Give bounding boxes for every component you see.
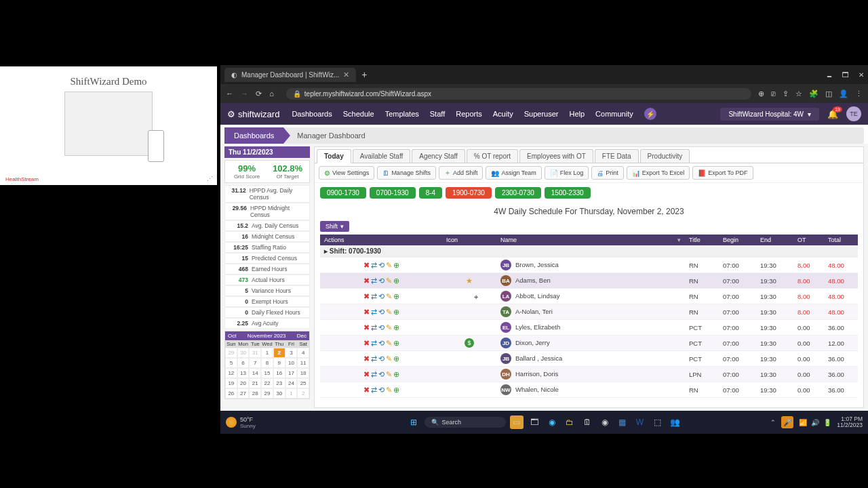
add-icon[interactable]: ⊕ (393, 370, 399, 379)
taskbar-app-icon[interactable]: ▦ (616, 415, 629, 429)
edit-icon[interactable]: ✎ (386, 386, 392, 394)
extensions-icon[interactable]: 🧩 (809, 89, 818, 98)
tray-chevron-icon[interactable]: ⌃ (770, 419, 776, 426)
tray-battery-icon[interactable]: 🔋 (823, 419, 831, 426)
nav-community[interactable]: Community (595, 110, 633, 118)
edit-icon[interactable]: ✎ (386, 354, 392, 363)
col-begin[interactable]: Begin (719, 235, 756, 245)
nav-forward-icon[interactable]: → (241, 89, 248, 98)
nav-help[interactable]: Help (569, 110, 585, 118)
cal-day[interactable]: 5 (225, 358, 237, 368)
col-actions[interactable]: Actions (320, 235, 442, 245)
menu-icon[interactable]: ⋮ (855, 89, 863, 98)
start-button[interactable]: ⊞ (407, 415, 420, 429)
swap-icon[interactable]: ⇄ (371, 370, 377, 379)
profile-icon[interactable]: 👤 (839, 89, 848, 98)
shift-group-header[interactable]: ▸ Shift: 0700-1930 (320, 245, 858, 258)
cal-day[interactable]: 23 (273, 378, 285, 388)
cal-day[interactable]: 6 (237, 358, 250, 368)
delete-icon[interactable]: ✖ (363, 386, 370, 394)
shift-chip[interactable]: 1900-0730 (446, 187, 492, 199)
manage-shifts-button[interactable]: 🗓Manage Shifts (377, 166, 436, 180)
tab--ot-report[interactable]: % OT report (467, 149, 518, 163)
delete-icon[interactable]: ✖ (363, 261, 370, 270)
breadcrumb-root[interactable]: Dashboards (224, 127, 283, 144)
cal-prev-month[interactable]: Oct (228, 333, 236, 339)
edit-icon[interactable]: ✎ (386, 277, 392, 285)
nav-home-icon[interactable]: ⌂ (269, 89, 274, 98)
swap-icon[interactable]: ⇄ (371, 354, 377, 363)
zoom-icon[interactable]: ⊕ (758, 89, 764, 98)
bookmark-icon[interactable]: ☆ (795, 89, 802, 98)
demo-resize-handle[interactable]: ⋰ (207, 176, 213, 182)
swap-icon[interactable]: ⇄ (371, 261, 377, 270)
window-minimize-icon[interactable]: 🗕 (826, 71, 833, 79)
cal-day[interactable]: 25 (297, 378, 309, 388)
tray-volume-icon[interactable]: 🔊 (811, 419, 819, 426)
shift-chip[interactable]: 0900-1730 (320, 187, 366, 199)
nav-reports[interactable]: Reports (456, 110, 482, 118)
edit-icon[interactable]: ✎ (386, 339, 392, 348)
shift-dropdown[interactable]: Shift ▾ (320, 221, 349, 232)
add-icon[interactable]: ⊕ (393, 354, 399, 363)
col-name[interactable]: Name ▾ (496, 235, 685, 245)
taskbar-app-icon[interactable]: ⬚ (651, 415, 665, 429)
cal-day[interactable]: 4 (297, 348, 309, 358)
tray-wifi-icon[interactable]: 📶 (799, 419, 807, 426)
col-end[interactable]: End (756, 235, 793, 245)
tray-mic-icon[interactable]: 🎤 (781, 416, 793, 428)
col-title[interactable]: Title (685, 235, 719, 245)
cal-day[interactable]: 10 (285, 358, 298, 368)
translate-icon[interactable]: ⎚ (771, 89, 776, 98)
cal-day[interactable]: 2 (297, 388, 309, 399)
assign-team-button[interactable]: 👥Assign Team (486, 166, 541, 180)
shift-chip[interactable]: 8-4 (419, 187, 442, 199)
edit-icon[interactable]: ✎ (386, 308, 392, 317)
cal-day[interactable]: 31 (249, 348, 261, 358)
add-icon[interactable]: ⊕ (393, 277, 399, 285)
col-total[interactable]: Total (824, 235, 858, 245)
cycle-icon[interactable]: ⟲ (378, 261, 384, 270)
taskbar-app-icon[interactable]: ▭ (510, 415, 524, 429)
cal-day[interactable]: 22 (261, 378, 273, 388)
add-shift-button[interactable]: ＋Add Shift (439, 166, 484, 180)
browser-tab[interactable]: ◐ Manager Dashboard | ShiftWiz... ✕ (224, 68, 356, 82)
cal-day[interactable]: 26 (225, 388, 237, 399)
swap-icon[interactable]: ⇄ (371, 277, 377, 285)
tab-available-staff[interactable]: Available Staff (353, 149, 411, 163)
taskbar-app-icon[interactable]: ◉ (545, 415, 559, 429)
cycle-icon[interactable]: ⟲ (378, 370, 384, 379)
cal-day[interactable]: 20 (237, 378, 250, 388)
tab-close-icon[interactable]: ✕ (343, 70, 349, 79)
taskbar-search[interactable]: 🔍 Search (425, 417, 506, 428)
add-icon[interactable]: ⊕ (393, 339, 399, 348)
delete-icon[interactable]: ✖ (363, 292, 370, 301)
tab-today[interactable]: Today (317, 149, 351, 163)
print-button[interactable]: 🖨Print (591, 166, 624, 180)
taskbar-chrome-icon[interactable]: ◉ (598, 415, 612, 429)
cal-day[interactable]: 3 (285, 348, 298, 358)
cal-day[interactable]: 17 (285, 368, 298, 378)
cal-next-month[interactable]: Dec (297, 333, 307, 339)
cycle-icon[interactable]: ⟲ (378, 323, 384, 332)
cycle-icon[interactable]: ⟲ (378, 308, 384, 317)
nav-templates[interactable]: Templates (385, 110, 419, 118)
swap-icon[interactable]: ⇄ (371, 292, 377, 301)
cal-day[interactable]: 24 (285, 378, 298, 388)
cal-day[interactable]: 14 (249, 368, 261, 378)
cycle-icon[interactable]: ⟲ (378, 354, 384, 363)
cal-day[interactable]: 15 (261, 368, 273, 378)
delete-icon[interactable]: ✖ (363, 308, 370, 317)
delete-icon[interactable]: ✖ (363, 323, 370, 332)
nav-reload-icon[interactable]: ⟳ (256, 89, 262, 98)
swap-icon[interactable]: ⇄ (371, 323, 377, 332)
edit-icon[interactable]: ✎ (386, 323, 392, 332)
taskbar-clock[interactable]: 1:07 PM 11/2/2023 (837, 416, 863, 429)
cal-day[interactable]: 1 (261, 348, 273, 358)
add-icon[interactable]: ⊕ (393, 308, 399, 317)
nav-acuity[interactable]: Acuity (493, 110, 513, 118)
cycle-icon[interactable]: ⟲ (378, 386, 384, 394)
delete-icon[interactable]: ✖ (363, 277, 370, 285)
window-maximize-icon[interactable]: 🗖 (842, 71, 849, 79)
taskbar-explorer-icon[interactable]: 🗀 (563, 415, 576, 429)
